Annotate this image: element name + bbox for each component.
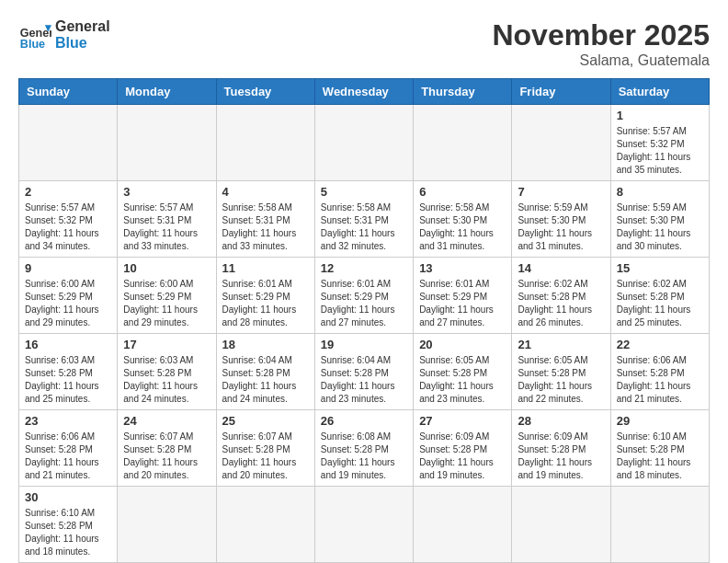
calendar-cell: 30Sunrise: 6:10 AMSunset: 5:28 PMDayligh… bbox=[19, 487, 118, 563]
weekday-header-row: Sunday Monday Tuesday Wednesday Thursday… bbox=[19, 79, 710, 105]
calendar-cell: 3Sunrise: 5:57 AMSunset: 5:31 PMDaylight… bbox=[118, 181, 216, 258]
calendar-row-1: 1Sunrise: 5:57 AMSunset: 5:32 PMDaylight… bbox=[19, 105, 710, 181]
calendar-table: Sunday Monday Tuesday Wednesday Thursday… bbox=[18, 78, 710, 563]
header-sunday: Sunday bbox=[19, 79, 118, 105]
logo-icon: General Blue bbox=[18, 18, 51, 52]
calendar-cell: 10Sunrise: 6:00 AMSunset: 5:29 PMDayligh… bbox=[118, 258, 216, 334]
header-saturday: Saturday bbox=[610, 79, 709, 105]
header-monday: Monday bbox=[118, 79, 216, 105]
calendar-cell: 29Sunrise: 6:10 AMSunset: 5:28 PMDayligh… bbox=[610, 410, 709, 487]
page-header: General Blue General Blue November 2025 … bbox=[18, 18, 710, 69]
calendar-cell bbox=[118, 487, 216, 563]
calendar-cell: 5Sunrise: 5:58 AMSunset: 5:31 PMDaylight… bbox=[314, 181, 413, 258]
logo-blue: Blue bbox=[55, 35, 110, 52]
calendar-cell: 4Sunrise: 5:58 AMSunset: 5:31 PMDaylight… bbox=[216, 181, 314, 258]
header-tuesday: Tuesday bbox=[216, 79, 314, 105]
calendar-cell bbox=[512, 105, 610, 181]
calendar-cell bbox=[314, 487, 413, 563]
calendar-cell bbox=[414, 105, 512, 181]
calendar-cell bbox=[610, 487, 709, 563]
calendar-cell: 8Sunrise: 5:59 AMSunset: 5:30 PMDaylight… bbox=[610, 181, 709, 258]
calendar-cell: 2Sunrise: 5:57 AMSunset: 5:32 PMDaylight… bbox=[19, 181, 118, 258]
calendar-cell bbox=[216, 487, 314, 563]
header-friday: Friday bbox=[512, 79, 610, 105]
calendar-cell bbox=[118, 105, 216, 181]
calendar-cell: 27Sunrise: 6:09 AMSunset: 5:28 PMDayligh… bbox=[414, 410, 512, 487]
month-title: November 2025 bbox=[492, 18, 710, 52]
svg-text:Blue: Blue bbox=[20, 38, 45, 51]
calendar-cell bbox=[216, 105, 314, 181]
calendar-row-5: 23Sunrise: 6:06 AMSunset: 5:28 PMDayligh… bbox=[19, 410, 710, 487]
calendar-cell: 9Sunrise: 6:00 AMSunset: 5:29 PMDaylight… bbox=[19, 258, 118, 334]
calendar-cell: 1Sunrise: 5:57 AMSunset: 5:32 PMDaylight… bbox=[610, 105, 709, 181]
calendar-cell: 13Sunrise: 6:01 AMSunset: 5:29 PMDayligh… bbox=[414, 258, 512, 334]
calendar-cell: 23Sunrise: 6:06 AMSunset: 5:28 PMDayligh… bbox=[19, 410, 118, 487]
calendar-cell: 6Sunrise: 5:58 AMSunset: 5:30 PMDaylight… bbox=[414, 181, 512, 258]
calendar-cell: 17Sunrise: 6:03 AMSunset: 5:28 PMDayligh… bbox=[118, 334, 216, 410]
calendar-cell bbox=[19, 105, 118, 181]
calendar-cell: 25Sunrise: 6:07 AMSunset: 5:28 PMDayligh… bbox=[216, 410, 314, 487]
calendar-cell: 24Sunrise: 6:07 AMSunset: 5:28 PMDayligh… bbox=[118, 410, 216, 487]
calendar-cell: 7Sunrise: 5:59 AMSunset: 5:30 PMDaylight… bbox=[512, 181, 610, 258]
calendar-cell: 18Sunrise: 6:04 AMSunset: 5:28 PMDayligh… bbox=[216, 334, 314, 410]
calendar-cell: 21Sunrise: 6:05 AMSunset: 5:28 PMDayligh… bbox=[512, 334, 610, 410]
calendar-cell: 15Sunrise: 6:02 AMSunset: 5:28 PMDayligh… bbox=[610, 258, 709, 334]
calendar-cell: 11Sunrise: 6:01 AMSunset: 5:29 PMDayligh… bbox=[216, 258, 314, 334]
header-wednesday: Wednesday bbox=[314, 79, 413, 105]
header-thursday: Thursday bbox=[414, 79, 512, 105]
calendar-cell bbox=[314, 105, 413, 181]
calendar-row-2: 2Sunrise: 5:57 AMSunset: 5:32 PMDaylight… bbox=[19, 181, 710, 258]
calendar-row-4: 16Sunrise: 6:03 AMSunset: 5:28 PMDayligh… bbox=[19, 334, 710, 410]
calendar-cell bbox=[512, 487, 610, 563]
title-block: November 2025 Salama, Guatemala bbox=[492, 18, 710, 69]
calendar-row-3: 9Sunrise: 6:00 AMSunset: 5:29 PMDaylight… bbox=[19, 258, 710, 334]
calendar-cell bbox=[414, 487, 512, 563]
calendar-cell: 14Sunrise: 6:02 AMSunset: 5:28 PMDayligh… bbox=[512, 258, 610, 334]
calendar-cell: 22Sunrise: 6:06 AMSunset: 5:28 PMDayligh… bbox=[610, 334, 709, 410]
calendar-cell: 19Sunrise: 6:04 AMSunset: 5:28 PMDayligh… bbox=[314, 334, 413, 410]
calendar-cell: 28Sunrise: 6:09 AMSunset: 5:28 PMDayligh… bbox=[512, 410, 610, 487]
location: Salama, Guatemala bbox=[492, 52, 710, 69]
calendar-row-6: 30Sunrise: 6:10 AMSunset: 5:28 PMDayligh… bbox=[19, 487, 710, 563]
logo-general: General bbox=[55, 18, 110, 35]
calendar-cell: 16Sunrise: 6:03 AMSunset: 5:28 PMDayligh… bbox=[19, 334, 118, 410]
calendar-cell: 12Sunrise: 6:01 AMSunset: 5:29 PMDayligh… bbox=[314, 258, 413, 334]
logo: General Blue General Blue bbox=[18, 18, 110, 52]
calendar-cell: 20Sunrise: 6:05 AMSunset: 5:28 PMDayligh… bbox=[414, 334, 512, 410]
calendar-cell: 26Sunrise: 6:08 AMSunset: 5:28 PMDayligh… bbox=[314, 410, 413, 487]
